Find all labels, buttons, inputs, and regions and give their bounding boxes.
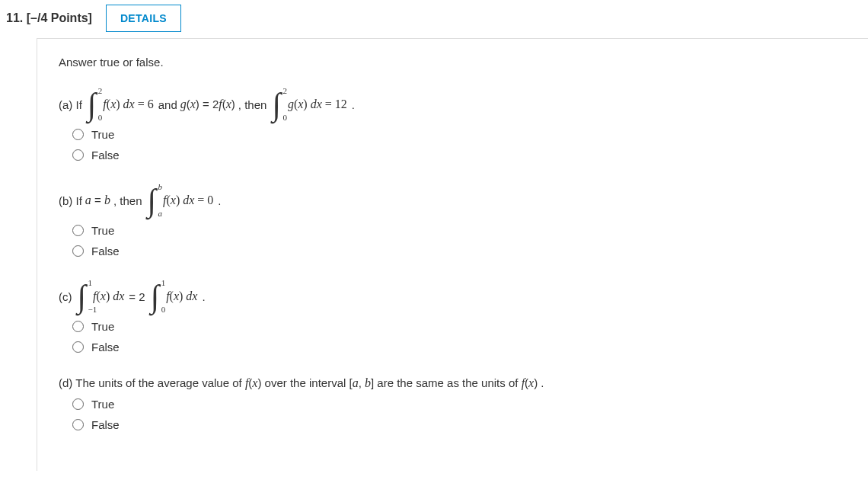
choice-label: True xyxy=(91,398,114,411)
int-upper: b xyxy=(158,183,163,191)
choice-true[interactable]: True xyxy=(72,320,847,333)
integrand: g(x) dx = 12 xyxy=(288,98,347,111)
choice-false[interactable]: False xyxy=(72,341,847,353)
fn-f: f xyxy=(245,376,248,389)
question-prompt: Answer true or false. xyxy=(59,56,847,69)
text: . xyxy=(352,98,355,111)
choice-label: False xyxy=(91,418,120,431)
int-upper: 2 xyxy=(98,87,103,95)
integral-icon: ∫ 1 0 f(x) dx xyxy=(150,280,198,312)
integral-icon: ∫ 2 0 f(x) dx = 6 xyxy=(87,88,154,120)
int-upper: 2 xyxy=(282,87,287,95)
fn-f: f xyxy=(163,194,166,206)
question-number: 11. [–/4 Points] xyxy=(6,11,92,25)
radio-icon[interactable] xyxy=(72,225,84,236)
choice-false[interactable]: False xyxy=(72,418,847,431)
fn-f: f xyxy=(522,376,525,389)
text: (d) The units of the average value of xyxy=(59,376,245,389)
qnum-text: 11. xyxy=(6,11,23,24)
text: , then xyxy=(113,194,142,207)
text: over the interval [ xyxy=(261,376,352,389)
value: 6 xyxy=(148,98,154,110)
part-c-label: (c) xyxy=(59,290,72,303)
integrand: f(x) dx = 0 xyxy=(163,194,213,207)
value: 12 xyxy=(335,98,347,110)
question-header: 11. [–/4 Points] DETAILS xyxy=(0,0,868,38)
choice-label: False xyxy=(91,149,120,162)
int-upper: 1 xyxy=(161,279,166,287)
a-eq-b: a = b xyxy=(85,194,110,207)
choice-true[interactable]: True xyxy=(72,224,847,237)
text: and xyxy=(158,98,177,111)
integrand: f(x) dx = 6 xyxy=(103,98,153,111)
integral-sign-icon: ∫ 2 0 xyxy=(272,88,281,120)
radio-icon[interactable] xyxy=(72,419,84,430)
points-text: [–/4 Points] xyxy=(27,11,92,24)
value: 0 xyxy=(207,194,213,206)
part-a-statement: (a) If ∫ 2 0 f(x) dx = 6 and g(x) = 2f(x… xyxy=(59,88,847,120)
text: . xyxy=(218,194,221,207)
question-body: Answer true or false. (a) If ∫ 2 0 f(x) … xyxy=(37,38,868,471)
integrand: f(x) dx xyxy=(166,289,197,303)
fn-g: g xyxy=(288,98,294,110)
int-lower: 0 xyxy=(161,305,166,314)
text: . xyxy=(538,376,544,389)
int-lower: −1 xyxy=(88,305,97,314)
radio-icon[interactable] xyxy=(72,129,84,140)
choice-true[interactable]: True xyxy=(72,398,847,411)
part-b-label: (b) If xyxy=(59,194,82,207)
choice-label: True xyxy=(91,128,114,141)
radio-icon[interactable] xyxy=(72,149,84,161)
text: ] are the same as the units of xyxy=(371,376,522,389)
choice-false[interactable]: False xyxy=(72,149,847,162)
integral-sign-icon: ∫ 1 −1 xyxy=(78,280,87,312)
part-b: (b) If a = b , then ∫ b a f(x) dx = 0 . … xyxy=(59,184,847,257)
part-c-statement: (c) ∫ 1 −1 f(x) dx = 2 ∫ 1 0 f(x) dx xyxy=(59,280,847,312)
part-d-statement: (d) The units of the average value of f(… xyxy=(59,376,847,390)
radio-icon[interactable] xyxy=(72,398,84,410)
details-button[interactable]: DETAILS xyxy=(106,5,181,32)
part-a: (a) If ∫ 2 0 f(x) dx = 6 and g(x) = 2f(x… xyxy=(59,88,847,162)
fn-g: g xyxy=(180,98,187,110)
integral-sign-icon: ∫ 1 0 xyxy=(151,280,160,312)
text: . xyxy=(202,290,205,303)
part-c: (c) ∫ 1 −1 f(x) dx = 2 ∫ 1 0 f(x) dx xyxy=(59,280,847,353)
part-b-statement: (b) If a = b , then ∫ b a f(x) dx = 0 . xyxy=(59,184,847,216)
choice-label: False xyxy=(91,245,120,257)
text: , then xyxy=(238,98,267,111)
integral-sign-icon: ∫ b a xyxy=(147,184,156,216)
fn-f: f xyxy=(219,98,222,110)
choice-label: True xyxy=(91,224,114,237)
int-upper: 1 xyxy=(88,279,93,287)
int-lower: a xyxy=(158,210,162,218)
int-lower: 0 xyxy=(282,114,287,122)
g-eq: g(x) = 2f(x) xyxy=(180,98,235,111)
choice-false[interactable]: False xyxy=(72,245,847,257)
part-d: (d) The units of the average value of f(… xyxy=(59,376,847,431)
integrand: f(x) dx xyxy=(93,289,124,303)
choice-true[interactable]: True xyxy=(72,128,847,141)
fn-f: f xyxy=(103,98,106,110)
radio-icon[interactable] xyxy=(72,245,84,257)
fn-f: f xyxy=(93,289,96,302)
choice-label: True xyxy=(91,320,114,333)
part-a-label: (a) If xyxy=(59,98,82,111)
integral-icon: ∫ b a f(x) dx = 0 xyxy=(146,184,213,216)
radio-icon[interactable] xyxy=(72,321,84,332)
integral-icon: ∫ 1 −1 f(x) dx xyxy=(77,280,125,312)
choice-label: False xyxy=(91,341,120,353)
integral-sign-icon: ∫ 2 0 xyxy=(88,88,97,120)
int-lower: 0 xyxy=(98,114,103,122)
radio-icon[interactable] xyxy=(72,341,84,353)
fn-f: f xyxy=(166,289,169,302)
text: = 2 xyxy=(129,290,145,303)
integral-icon: ∫ 2 0 g(x) dx = 12 xyxy=(271,88,346,120)
